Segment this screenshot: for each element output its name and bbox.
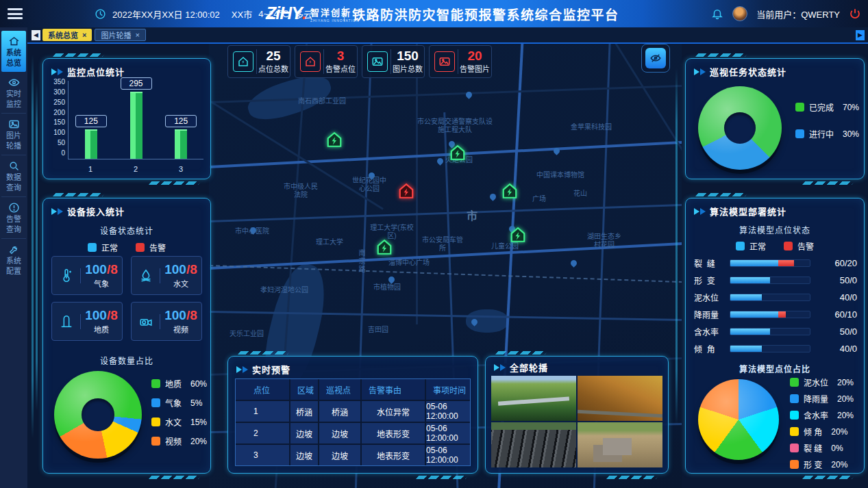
map-road [209, 204, 682, 223]
tabs-scroll-right[interactable]: ▶ [856, 30, 865, 40]
panel-title: 全部轮播 [510, 361, 548, 374]
alert-icon [8, 202, 20, 214]
sidebar-item-image-carousel[interactable]: 图片轮播 [1, 114, 26, 155]
stat-label: 告警图片 [458, 63, 491, 74]
header-city: XX市 [232, 8, 252, 21]
house-icon [233, 51, 253, 72]
map-road [416, 44, 418, 324]
device-card-video[interactable]: 100/8 视频 [131, 302, 202, 341]
chevron-right-icon [51, 68, 57, 75]
header: 2022年XX月XX日 12:00:02 XX市 4~24℃ 多云 ZiHY. … [0, 0, 868, 27]
bar [175, 131, 187, 159]
home-icon [8, 36, 20, 47]
house-bolt-marker-normal[interactable] [325, 131, 343, 149]
bar [130, 93, 142, 159]
eye-icon [8, 77, 20, 88]
map-poi [488, 192, 497, 201]
sidebar-item-live-monitor[interactable]: 实时监控 [1, 72, 26, 114]
map-poi [387, 275, 396, 284]
house-bolt-marker-normal[interactable] [501, 182, 519, 200]
legend-swatch-normal [88, 243, 97, 252]
header-right: 当前用户：QWERTY [711, 0, 861, 27]
sidebar-item-system-overview[interactable]: 系统总览 [1, 31, 26, 72]
map-label: 孝妇河湿地公园 [260, 286, 308, 294]
device-card-hydrology[interactable]: 100/8 水文 [131, 256, 202, 295]
bell-icon[interactable] [711, 8, 723, 20]
hbar-row: 形 变 50/0 [694, 272, 857, 289]
chevron-right-icon [236, 366, 242, 373]
panel-title: 监控点位统计 [67, 65, 125, 78]
chevron-right-icon [51, 208, 57, 215]
legend-swatch-normal [736, 242, 745, 251]
stat-card-total-points[interactable]: 25 点位总数 [227, 45, 290, 78]
hbar-row: 倾 角 40/0 [694, 340, 857, 357]
geology-icon [52, 314, 81, 329]
map-poi [436, 157, 445, 166]
house-alarm-icon [300, 51, 321, 72]
tabs-scroll-left[interactable]: ◀ [32, 30, 40, 40]
map-label: 市中心医院 [235, 227, 269, 235]
device-ratio-donut-chart [54, 371, 142, 459]
sidebar-item-system-config[interactable]: 系统配置 [1, 239, 26, 280]
stat-card-alarm-points[interactable]: 3 告警点位 [295, 45, 358, 78]
carousel-image-1[interactable] [491, 376, 576, 421]
tab-system-overview[interactable]: 系统总览 × [42, 29, 92, 41]
map-label: 市中级人民法院 [283, 183, 319, 199]
avatar[interactable] [732, 6, 747, 21]
power-icon[interactable] [849, 8, 861, 20]
clock-icon [95, 8, 106, 20]
map-label: 天乐工业园 [230, 330, 264, 338]
video-camera-icon [132, 314, 160, 329]
map-visibility-toggle[interactable] [641, 44, 670, 73]
map-railway [209, 265, 682, 283]
carousel-image-2[interactable] [578, 376, 662, 421]
sidebar-item-data-query[interactable]: 数据查询 [1, 155, 26, 197]
algorithm-pie-chart [698, 379, 779, 460]
map-label: 南石西部工业园 [298, 97, 346, 105]
image-alarm-icon [434, 51, 455, 72]
house-bolt-marker-normal[interactable] [509, 226, 527, 244]
hamburger-icon[interactable] [8, 8, 23, 19]
chevron-right-icon [494, 364, 499, 371]
panel-patrol-status: 巡视任务状态统计 已完成70% 进行中30% [685, 58, 865, 179]
stat-label: 图片总数 [391, 63, 424, 74]
table-row[interactable]: 1桥涵 桥涵水位异常 05-06 12:00:00 [236, 401, 470, 422]
panel-realtime-alerts: 实时预警 点位区域 巡视点告警事由 事项时间 1桥涵 桥涵水位异常 05-06 … [227, 356, 478, 474]
house-bolt-marker-normal[interactable] [375, 238, 393, 256]
stat-card-alarm-images[interactable]: 20 告警图片 [429, 45, 492, 78]
hbar-row: 降雨量 60/10 [694, 306, 857, 323]
map-label: 理工大学 [316, 238, 343, 246]
carousel-image-3[interactable] [491, 422, 576, 467]
close-icon[interactable]: × [82, 31, 86, 39]
house-bolt-marker-normal[interactable] [449, 144, 467, 162]
device-card-geology[interactable]: 100/8 地质 [51, 302, 123, 341]
panel-title: 算法模型部署统计 [710, 205, 786, 218]
map-label: 市公安局交通警察支队设施工程大队 [414, 118, 495, 134]
legend-swatch-alarm [136, 243, 145, 252]
table-row[interactable]: 3边坡 边坡地表形变 05-06 12:00:00 [236, 445, 470, 465]
stat-card-total-images[interactable]: 150 图片总数 [362, 45, 425, 78]
hbar-row: 泥水位 40/0 [694, 289, 857, 306]
bar [85, 131, 97, 159]
panel-title: 巡视任务状态统计 [710, 65, 786, 78]
dashboard: 2022年XX月XX日 12:00:02 XX市 4~24℃ 多云 ZiHY. … [0, 0, 868, 488]
panel-decoration [675, 68, 678, 424]
tab-image-carousel[interactable]: 图片轮播 × [95, 29, 145, 41]
device-card-weather[interactable]: 100/8 气象 [51, 256, 123, 295]
panel-algorithm-models: 算法模型部署统计 算法模型点位状态 正常 告警 裂 缝 60/20 形 变 50… [685, 198, 865, 474]
thermometer-icon [52, 268, 81, 283]
house-bolt-marker-alarm[interactable] [397, 182, 415, 200]
map-label-city: 市 [467, 212, 478, 220]
map-label: 花山 [573, 190, 587, 198]
close-icon[interactable]: × [135, 31, 139, 39]
sidebar-item-alarm-query[interactable]: 告警查询 [1, 197, 26, 239]
panel-device-access: 设备接入统计 设备状态统计 正常 告警 100/8 气象 100/8 水文 [42, 198, 211, 474]
map-label: 中国课本博物馆 [536, 171, 584, 179]
carousel-image-4[interactable] [578, 422, 662, 467]
panel-title: 实时预警 [252, 363, 290, 376]
alerts-table: 点位区域 巡视点告警事由 事项时间 1桥涵 桥涵水位异常 05-06 12:00… [235, 378, 471, 466]
sidebar: 系统总览 实时监控 图片轮播 数据查询 告警查询 系统配置 [0, 27, 27, 488]
algorithm-status-subtitle: 算法模型点位状态 [686, 224, 864, 235]
table-row[interactable]: 2边坡 边坡地表形变 05-06 12:00:00 [236, 423, 470, 444]
stat-value: 150 [391, 49, 424, 63]
